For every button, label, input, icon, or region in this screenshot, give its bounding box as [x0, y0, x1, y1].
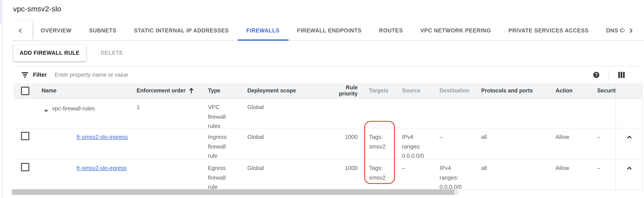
row-checkbox[interactable]: [21, 132, 29, 140]
tab-firewall-endpoints[interactable]: FIREWALL ENDPOINTS: [288, 21, 370, 41]
firewall-rules-table: Name Enforcement order Type Deployment s…: [13, 83, 643, 190]
security-cell: –: [596, 160, 616, 192]
horizontal-scrollbar[interactable]: [12, 189, 459, 195]
protocols-cell: all: [480, 128, 555, 160]
action-cell: Allow: [555, 128, 596, 160]
filter-input[interactable]: [54, 71, 593, 78]
column-header-rule-priority[interactable]: Rule priority: [327, 84, 359, 97]
column-header-protocols-and-ports[interactable]: Protocols and ports: [480, 88, 555, 94]
action-cell: Allow: [555, 160, 596, 192]
tabs-strip: OVERVIEW SUBNETS STATIC INTERNAL IP ADDR…: [32, 21, 625, 41]
tab-static-internal-ip-addresses[interactable]: STATIC INTERNAL IP ADDRESSES: [125, 21, 238, 41]
expand-cell: [616, 160, 643, 192]
targets-cell: Tags: smsv2: [359, 160, 402, 192]
rule-priority-cell: [327, 98, 359, 131]
tab-firewalls[interactable]: FIREWALLS: [238, 21, 288, 41]
name-cell: fr-smsv2-slo-ingress: [42, 128, 136, 160]
tab-bar: OVERVIEW SUBNETS STATIC INTERNAL IP ADDR…: [2, 21, 644, 41]
source-cell: IPv4 ranges: 0.0.0.0/0: [402, 128, 439, 160]
security-cell: [596, 98, 616, 131]
expand-cell: [616, 128, 643, 160]
select-all-checkbox[interactable]: [21, 86, 29, 95]
deployment-scope-cell: Global: [246, 98, 327, 131]
type-cell: Ingress firewall rule: [207, 128, 246, 160]
tab-subnets[interactable]: SUBNETS: [80, 21, 125, 41]
protocols-cell: all: [480, 160, 555, 192]
name-cell: fr-smsv2-slo-egress: [42, 160, 136, 192]
column-display-options-icon[interactable]: [618, 72, 625, 78]
protocols-cell: [480, 98, 555, 131]
delete-button[interactable]: DELETE: [98, 50, 126, 56]
enforcement-order-cell: [136, 128, 207, 160]
column-header-name[interactable]: Name: [42, 88, 136, 94]
checkbox-cell-empty: [13, 98, 42, 131]
tab-private-services-access[interactable]: PRIVATE SERVICES ACCESS: [500, 21, 597, 41]
security-cell: –: [596, 128, 616, 160]
checkbox-cell: [13, 160, 42, 192]
select-all-checkbox-cell: [13, 86, 42, 95]
expand-cell-empty: [616, 98, 643, 131]
sort-ascending-icon: [189, 88, 194, 94]
destination-cell: IPv4 ranges: 0.0.0.0/0: [439, 160, 480, 192]
tab-vpc-network-peering[interactable]: VPC NETWORK PEERING: [412, 21, 500, 41]
source-cell: [402, 98, 439, 131]
source-cell: –: [402, 160, 439, 192]
collapse-row-button[interactable]: [626, 128, 633, 140]
table-row-group-vpc-firewall-rules: vpc-firewall-rules 1 VPC firewall rules …: [13, 98, 642, 128]
firewall-rule-link-egress[interactable]: fr-smsv2-slo-egress: [76, 165, 126, 171]
chevron-left-icon: [17, 27, 24, 34]
tab-dns-configuration[interactable]: DNS CONFI: [597, 21, 625, 41]
targets-cell: Tags: smsv2: [359, 128, 402, 160]
destination-cell: [439, 98, 480, 131]
enforcement-order-cell: 1: [136, 98, 207, 131]
left-panel-edge: [0, 0, 2, 24]
column-header-source[interactable]: Source: [402, 88, 439, 94]
rule-priority-cell: 1000: [327, 160, 359, 192]
rule-priority-cell: 1000: [327, 128, 359, 160]
targets-cell: [359, 98, 402, 131]
enforcement-order-cell: [136, 160, 207, 192]
row-checkbox[interactable]: [21, 163, 29, 171]
type-cell: Egress firewall rule: [207, 160, 246, 192]
chevron-right-icon: [627, 27, 634, 34]
group-name-cell: vpc-firewall-rules: [42, 98, 136, 131]
column-header-targets[interactable]: Targets: [359, 88, 402, 94]
deployment-scope-cell: Global: [246, 128, 327, 160]
help-icon[interactable]: ?: [593, 72, 599, 78]
filter-label[interactable]: Filter: [33, 72, 47, 78]
vertical-divider: [608, 70, 609, 80]
column-header-type[interactable]: Type: [207, 88, 246, 94]
filter-icon: [22, 72, 28, 78]
chevron-up-icon: [626, 165, 633, 172]
deployment-scope-cell: Global: [246, 160, 327, 192]
column-header-security[interactable]: Security: [596, 88, 616, 94]
column-header-deployment-scope[interactable]: Deployment scope: [246, 88, 327, 94]
firewall-rule-link-ingress[interactable]: fr-smsv2-slo-ingress: [76, 134, 128, 140]
firewall-rules-table-card: Filter ? Name Enforcement order: [13, 66, 643, 190]
actions-toolbar: ADD FIREWALL RULE DELETE: [13, 44, 126, 62]
tab-routes[interactable]: ROUTES: [370, 21, 412, 41]
collapse-row-button[interactable]: [626, 160, 633, 172]
page-title: vpc-smsv2-slo: [13, 5, 61, 14]
tab-overview[interactable]: OVERVIEW: [32, 21, 80, 41]
group-name: vpc-firewall-rules: [52, 104, 95, 113]
column-header-enforcement-order[interactable]: Enforcement order: [136, 88, 207, 94]
destination-cell: –: [439, 128, 480, 160]
table-row-fr-smsv2-slo-ingress: fr-smsv2-slo-ingress Ingress firewall ru…: [13, 128, 642, 160]
tabs-scroll-right-button[interactable]: [625, 21, 644, 40]
horizontal-scrollbar-thumb[interactable]: [12, 189, 454, 195]
action-cell: [555, 98, 596, 131]
collapse-group-triangle-icon[interactable]: [44, 106, 48, 116]
vpc-network-details-page: vpc-smsv2-slo OVERVIEW SUBNETS STATIC IN…: [0, 0, 644, 198]
chevron-up-icon: [626, 134, 633, 140]
type-cell: VPC firewall rules: [207, 98, 246, 131]
table-header-row: Name Enforcement order Type Deployment s…: [13, 83, 642, 98]
column-header-destination[interactable]: Destination: [439, 88, 480, 94]
filter-bar: Filter ?: [13, 66, 643, 83]
column-header-action[interactable]: Action: [555, 88, 596, 94]
checkbox-cell: [13, 128, 42, 160]
tabs-scroll-left-button[interactable]: [8, 21, 32, 40]
expand-column-header: [616, 83, 643, 98]
table-row-fr-smsv2-slo-egress: fr-smsv2-slo-egress Egress firewall rule…: [13, 160, 642, 190]
add-firewall-rule-button[interactable]: ADD FIREWALL RULE: [13, 45, 86, 61]
